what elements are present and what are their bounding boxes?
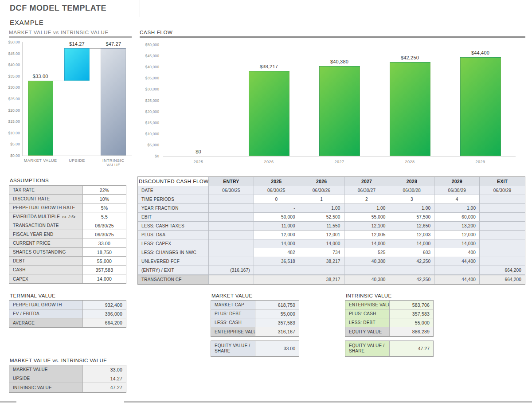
dcf-row-label: EBIT	[138, 213, 209, 222]
dcf-cell-value	[480, 195, 525, 204]
row-label: PERPETUAL GROWTH	[9, 301, 83, 309]
row-value: 47.27	[83, 383, 126, 392]
table-row: MARKET CAP618,750	[211, 301, 299, 309]
dcf-cell-value: 12,100	[344, 222, 390, 231]
page-subtitle: EXAMPLE	[10, 19, 43, 26]
table-row: EQUITY VALUE886,289	[345, 327, 433, 336]
y-axis-line	[22, 42, 23, 156]
table-row: PERPETUAL GROWTH932,400	[9, 301, 126, 309]
dcf-cell-value: 06/30/25	[254, 186, 299, 195]
row-value: 55,000	[390, 318, 433, 327]
row-value: 5%	[83, 203, 126, 212]
dcf-column-header: 2025	[254, 177, 299, 186]
row-label: UPSIDE	[9, 374, 83, 383]
equity-value-share-value: 33.00	[255, 341, 299, 356]
dcf-cell-value: 06/30/25	[209, 186, 254, 195]
row-label: PERPETUAL GROWTH RATE	[9, 203, 83, 212]
row-value: 357,583	[255, 318, 299, 327]
dcf-cell-value: 38,217	[299, 275, 344, 284]
connector-line	[90, 48, 101, 49]
table-row: ENTERPRISE VALUE316,167	[211, 327, 299, 336]
dcf-cell-value: 06/30/27	[344, 186, 390, 195]
row-value: 06/30/25	[83, 230, 126, 239]
row-value: 357,583	[83, 266, 126, 274]
dcf-cell-value: 06/30/29	[434, 186, 480, 195]
dcf-cell-value: 12,001	[299, 231, 344, 239]
row-value: 5.5	[83, 212, 126, 221]
waterfall-title-rule	[9, 36, 132, 38]
cashflow-chart-title: CASH FLOW	[140, 30, 173, 35]
dcf-cell-value: 12,000	[254, 231, 299, 239]
y-tick-label: $5.00	[2, 142, 20, 146]
bar-value-label: $38,217	[250, 64, 288, 69]
dcf-cell-value: 06/30/28	[389, 186, 434, 195]
table-row: EV/EBITDA MULTIPLEex. 2.5x5.5	[9, 212, 126, 221]
bar-market-value	[28, 81, 53, 156]
dcf-model-sheet: DCF MODEL TEMPLATE EXAMPLE MARKET VALUE …	[0, 0, 532, 403]
dcf-cell-value: 525	[344, 248, 390, 257]
row-value: 10%	[83, 195, 126, 203]
row-label: DISCOUNT RATE	[9, 195, 83, 203]
bar-2027	[319, 66, 360, 156]
row-label: TRANSACTION DATE	[9, 221, 83, 230]
row-value: 22%	[83, 186, 126, 194]
row-value: 14.27	[83, 374, 126, 383]
dcf-cell-value: 734	[299, 248, 344, 257]
row-label: INTRINSIC VALUE	[9, 383, 83, 392]
bar-value-label: $47.27	[95, 41, 132, 47]
row-label: CAPEX	[9, 274, 83, 283]
table-row: UPSIDE14.27	[9, 374, 126, 383]
row-label: LESS: DEBT	[345, 318, 390, 327]
waterfall-chart-title: MARKET VALUE vs INTRINSIC VALUE	[9, 30, 109, 35]
dcf-cell-value: 40,380	[344, 257, 390, 266]
row-label: EV/EBITDA MULTIPLEex. 2.5x	[9, 212, 83, 221]
market-vs-intrinsic-chart: $0.00$5.00$10.00$15.00$20.00$25.00$30.00…	[2, 39, 135, 172]
bottom-cutoff-rule-right	[124, 401, 532, 403]
bar-2028	[390, 62, 430, 156]
row-label: SHARES OUTSTANDING	[9, 248, 83, 256]
y-tick-label: $50.00	[2, 40, 20, 44]
table-row: PLUS: CASH357,583	[345, 309, 433, 318]
dcf-cell-value: 664,200	[480, 266, 525, 275]
assumptions-title: ASSUMPTIONS	[10, 178, 49, 183]
row-label: PLUS: CASH	[345, 309, 390, 318]
dcf-cell-value	[389, 266, 434, 275]
dcf-cell-value	[209, 257, 254, 266]
bar-value-label: $40,380	[321, 59, 358, 64]
dcf-cell-value	[480, 222, 525, 231]
dcf-cell-value: 1.00	[389, 204, 434, 213]
cash-flow-chart: $0$5,000$10,000$15,000$20,000$25,000$30,…	[140, 39, 532, 172]
dcf-cell-value: 12,005	[344, 231, 390, 239]
dcf-cell-value: 4	[434, 195, 480, 204]
connector-line	[53, 81, 64, 81]
row-value: 618,750	[255, 301, 299, 309]
row-value: 06/30/25	[83, 221, 126, 230]
dcf-cell-value: 12,003	[389, 231, 434, 239]
table-row: ENTERPRISE VALUE583,706	[345, 301, 433, 309]
y-tick-label: $10.00	[2, 131, 20, 135]
dcf-cell-value: 42,250	[389, 275, 434, 284]
row-label: CURRENT PRICE	[9, 239, 83, 247]
bar-value-label: $33.00	[22, 74, 59, 79]
x-category-label: UPSIDE	[59, 158, 95, 163]
row-label: LESS: CASH	[211, 318, 255, 327]
row-label-note: ex. 2.5x	[62, 215, 75, 219]
row-label: MARKET CAP	[211, 301, 255, 309]
dcf-cell-value: 40,380	[344, 275, 390, 284]
dcf-cell-value	[480, 204, 525, 213]
dcf-cell-value	[209, 222, 254, 231]
dcf-cell-value: 14,000	[299, 239, 344, 248]
y-tick-label: $15.00	[2, 119, 20, 124]
bottom-cutoff-rule-left	[0, 401, 16, 403]
table-row: SHARES OUTSTANDING18,750	[9, 248, 126, 257]
dcf-cell-value: 11,000	[254, 222, 299, 231]
dcf-cell-value	[209, 239, 254, 248]
row-value: 583,706	[390, 301, 433, 309]
y-tick-label: $25,000	[141, 98, 159, 103]
row-label: TAX RATE	[9, 186, 83, 194]
row-value: 316,167	[255, 327, 299, 336]
terminal-value-table: PERPETUAL GROWTH932,400EV / EBITDA396,00…	[9, 300, 126, 328]
row-value: 932,400	[83, 301, 126, 309]
dcf-cell-value: 2	[344, 195, 390, 204]
dcf-row-label: LESS: CASH TAXES	[138, 222, 209, 231]
